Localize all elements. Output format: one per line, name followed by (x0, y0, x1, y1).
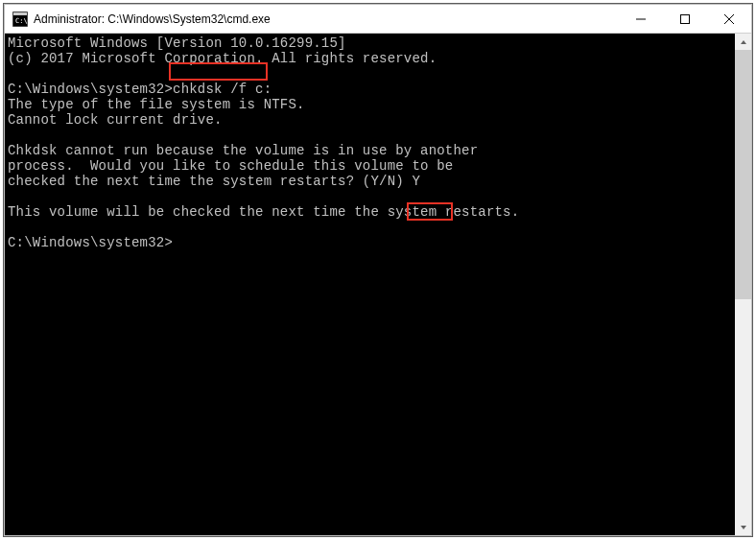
output-line: C:\Windows\system32>chkdsk /f c: (8, 82, 272, 97)
minimize-button[interactable] (619, 5, 663, 33)
scroll-thumb[interactable] (735, 50, 751, 299)
output-line: process. Would you like to schedule this… (8, 158, 453, 174)
output-line: (c) 2017 Microsoft Corporation. All righ… (8, 51, 437, 66)
output-line: Chkdsk cannot run because the volume is … (8, 143, 478, 158)
output-line: Cannot lock current drive. (8, 112, 223, 128)
window-title: Administrator: C:\Windows\System32\cmd.e… (34, 12, 619, 26)
output-line: The type of the file system is NTFS. (8, 97, 305, 112)
cmd-window: C:\ Administrator: C:\Windows\System32\c… (4, 4, 752, 536)
scroll-up-arrow[interactable] (735, 34, 751, 50)
cmd-icon: C:\ (12, 12, 28, 27)
prompt: C:\Windows\system32> (8, 235, 173, 250)
svg-rect-4 (681, 14, 690, 23)
titlebar[interactable]: C:\ Administrator: C:\Windows\System32\c… (5, 5, 751, 34)
output-line: Microsoft Windows [Version 10.0.16299.15… (8, 35, 346, 51)
window-controls (619, 5, 751, 33)
output-line: This volume will be checked the next tim… (8, 204, 519, 220)
output-line: checked the next time the system restart… (8, 174, 420, 189)
scroll-down-arrow[interactable] (735, 519, 751, 535)
scroll-track[interactable] (735, 50, 751, 519)
svg-text:C:\: C:\ (15, 17, 28, 25)
vertical-scrollbar[interactable] (735, 34, 751, 535)
close-button[interactable] (707, 5, 751, 33)
svg-marker-8 (741, 526, 746, 529)
maximize-button[interactable] (663, 5, 707, 33)
terminal-output[interactable]: Microsoft Windows [Version 10.0.16299.15… (5, 34, 735, 535)
svg-marker-7 (741, 40, 746, 44)
svg-rect-1 (13, 12, 27, 15)
